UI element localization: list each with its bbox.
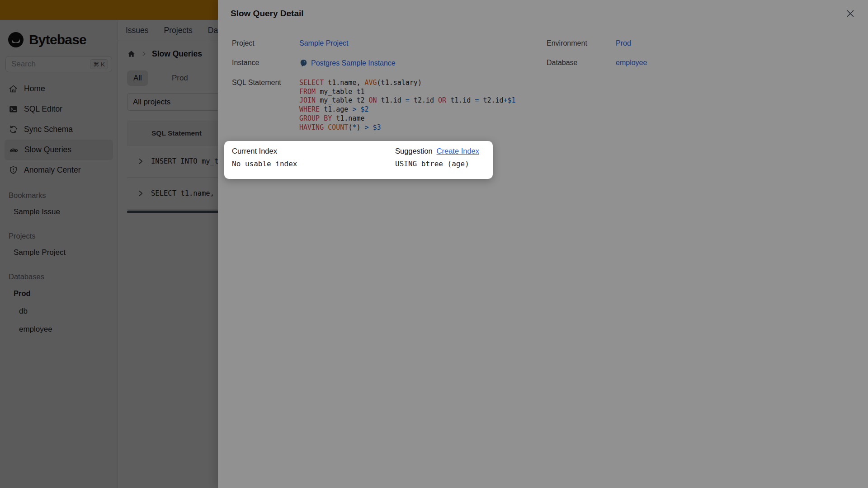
screen: Bytebase Search ⌘ K Home (0, 0, 868, 488)
current-index-label: Current Index (232, 147, 395, 155)
suggestion-value: USING btree (age) (395, 160, 485, 168)
suggestion-label: Suggestion (395, 147, 433, 155)
index-advisor-popover: Current Index Suggestion Create Index No… (224, 141, 493, 179)
create-index-link[interactable]: Create Index (437, 147, 479, 155)
popover-backdrop (0, 0, 868, 488)
current-index-value: No usable index (232, 160, 395, 168)
